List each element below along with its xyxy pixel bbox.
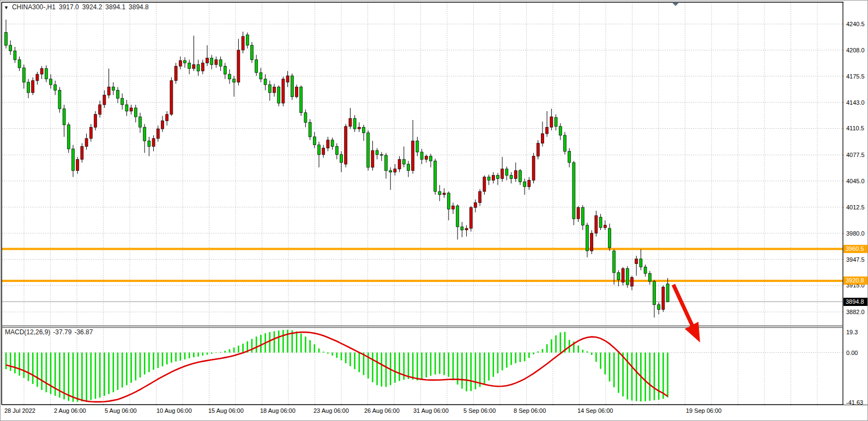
price-tick-label: 3980.0: [846, 230, 865, 237]
price-level-badge: 3920.8: [843, 276, 868, 285]
ohlc-high: 3924.2: [82, 3, 103, 11]
time-axis-label: 19 Sep 06:00: [686, 407, 721, 414]
price-tick-label: 3947.5: [846, 256, 865, 263]
time-axis-label: 23 Aug 06:00: [314, 407, 349, 414]
chart-window: ▼CHINA300-,H13917.03924.23894.13894.8 MA…: [0, 0, 868, 421]
time-axis-label: 5 Aug 06:00: [105, 407, 137, 414]
price-axis[interactable]: 4240.54208.04175.54143.04110.54077.54045…: [843, 1, 868, 405]
trend-arrow[interactable]: [673, 285, 700, 342]
time-axis-label: 14 Sep 06:00: [577, 407, 613, 414]
ohlc-open: 3917.0: [59, 3, 79, 11]
price-tick-label: 4012.5: [846, 203, 865, 211]
time-axis-label: 2 Aug 06:00: [54, 407, 86, 414]
macd-signal-value: -36.87: [74, 328, 93, 336]
macd-tick-label: 0.00: [846, 349, 858, 357]
time-axis-label: 5 Sep 06:00: [463, 407, 496, 414]
time-axis-label: 18 Aug 06:00: [260, 407, 296, 414]
time-axis-label: 10 Aug 06:00: [156, 407, 192, 414]
time-axis-label: 8 Sep 06:00: [514, 407, 546, 414]
macd-indicator-header: MACD(12,26,9)-37.79-36.87: [5, 328, 95, 336]
time-axis-label: 15 Aug 06:00: [208, 407, 244, 414]
price-tick-label: 4240.5: [846, 20, 865, 28]
macd-main-value: -37.79: [53, 328, 71, 336]
symbol-period-label: CHINA300-,H1: [12, 3, 56, 11]
time-axis-label: 26 Aug 06:00: [364, 407, 400, 414]
candles-layer: [5, 20, 670, 317]
chart-plot[interactable]: [1, 1, 868, 421]
time-axis[interactable]: 28 Jul 20222 Aug 06:005 Aug 06:0010 Aug …: [1, 405, 868, 421]
price-tick-label: 4077.5: [846, 151, 865, 159]
price-tick-label: 4110.5: [846, 124, 864, 132]
macd-tick-label: 19.3: [846, 328, 858, 336]
time-axis-label: 28 Jul 2022: [4, 407, 35, 414]
time-axis-label: 31 Aug 06:00: [413, 407, 449, 414]
macd-signal-line: [6, 332, 668, 402]
symbol-ohlc-header: ▼CHINA300-,H13917.03924.23894.13894.8: [4, 3, 152, 11]
macd-histogram: [6, 330, 668, 402]
ohlc-low: 3894.1: [105, 3, 125, 11]
price-tick-label: 4208.0: [846, 46, 865, 54]
price-tick-label: 4143.0: [846, 99, 865, 106]
price-tick-label: 4045.0: [846, 177, 865, 185]
price-level-badge: 3960.5: [843, 245, 868, 253]
symbol-dropdown-icon[interactable]: ▼: [4, 5, 9, 10]
ohlc-close: 3894.8: [129, 3, 149, 11]
macd-label: MACD(12,26,9): [5, 328, 50, 336]
price-tick-label: 3882.0: [846, 308, 865, 316]
bar-shift-marker-icon[interactable]: [672, 2, 679, 6]
bid-price-badge: 3894.8: [843, 298, 868, 306]
price-tick-label: 4175.5: [846, 73, 865, 80]
